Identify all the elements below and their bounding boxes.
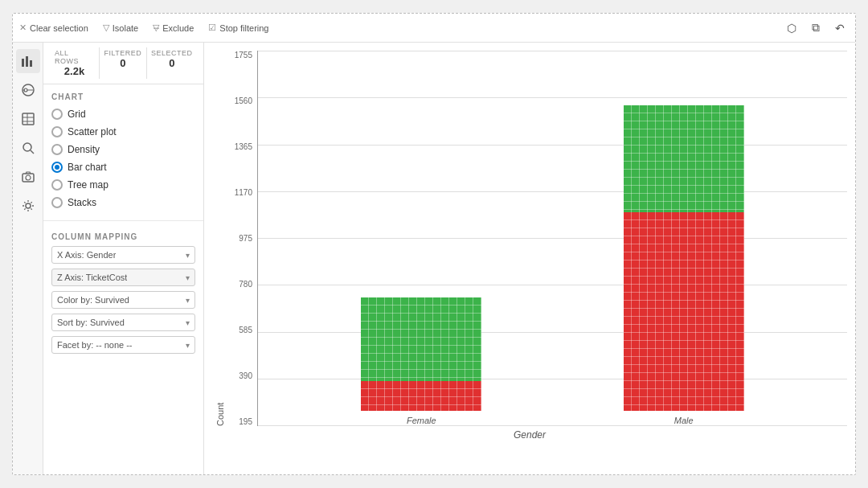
bar-group-male: Male [624, 105, 744, 425]
dropdown-z-axis[interactable]: Z Axis: TicketCost▾ [51, 269, 195, 286]
y-axis-ticks: 1755156013651170975780585390195 [225, 51, 257, 426]
chart-area: Count 1755156013651170975780585390195 Fe… [204, 43, 855, 474]
stop-filtering-label: Stop filtering [219, 23, 268, 33]
radio-label-scatter: Scatter plot [68, 126, 117, 137]
radio-scatter[interactable]: Scatter plot [51, 124, 195, 140]
filtered-label: FILTERED [104, 49, 141, 57]
chart-inner: Count 1755156013651170975780585390195 Fe… [212, 51, 847, 426]
dropdown-x-axis[interactable]: X Axis: Gender▾ [51, 246, 195, 264]
y-tick: 1170 [235, 188, 252, 197]
bar-label-female: Female [407, 416, 436, 425]
y-tick: 780 [239, 280, 252, 289]
all-rows-stat: ALL ROWS 2.2k [50, 47, 100, 79]
x-axis-label: Gender [514, 429, 546, 441]
exclude-icon: ▽̶ [153, 23, 159, 33]
radio-circle-grid [51, 109, 63, 120]
bar-segment-red-female [361, 381, 481, 411]
stop-filtering-action[interactable]: ☑ Stop filtering [208, 23, 268, 33]
layout-icon-button[interactable]: ⧉ [807, 19, 825, 37]
dropdown-facet[interactable]: Facet by: -- none --▾ [51, 336, 195, 354]
selected-value: 0 [169, 57, 174, 69]
dropdown-label-color: Color by: Survived [57, 295, 129, 305]
main-content: ALL ROWS 2.2k FILTERED 0 SELECTED 0 CHAR… [13, 43, 855, 474]
filter-nav-icon[interactable] [16, 78, 40, 102]
toolbar: ✕ Clear selection ▽ Isolate ▽̶ Exclude ☑… [13, 14, 855, 43]
radio-circle-density [51, 144, 63, 155]
radio-bar[interactable]: Bar chart [51, 159, 195, 175]
search-nav-icon[interactable] [16, 136, 40, 160]
radio-label-treemap: Tree map [68, 179, 108, 191]
radio-stacks[interactable]: Stacks [51, 195, 195, 211]
radio-treemap[interactable]: Tree map [51, 177, 195, 193]
svg-point-12 [26, 175, 31, 180]
dropdown-arrow-facet: ▾ [186, 341, 190, 350]
dropdown-color[interactable]: Color by: Survived▾ [51, 291, 195, 309]
bar-stack-male [624, 105, 744, 411]
dropdown-label-z-axis: Z Axis: TicketCost [57, 273, 127, 282]
dropdown-label-sort: Sort by: Survived [57, 318, 125, 327]
bars-container: FemaleMale [258, 51, 847, 425]
bar-segment-red-male [624, 212, 744, 411]
camera-nav-icon[interactable] [16, 165, 40, 189]
y-tick: 1560 [235, 96, 252, 105]
exclude-label: Exclude [162, 23, 194, 33]
svg-rect-0 [22, 59, 24, 67]
chart-type-radio-group: GridScatter plotDensityBar chartTree map… [43, 105, 203, 217]
3d-icon-button[interactable]: ⬡ [783, 19, 800, 37]
dropdown-arrow-z-axis: ▾ [186, 273, 190, 282]
svg-rect-2 [30, 60, 32, 67]
bar-label-male: Male [674, 416, 694, 425]
radio-density[interactable]: Density [51, 141, 195, 158]
table-nav-icon[interactable] [16, 107, 40, 131]
column-mapping-section: COLUMN MAPPING X Axis: Gender▾Z Axis: Ti… [43, 224, 203, 365]
selected-label: SELECTED [151, 49, 193, 57]
radio-circle-treemap [51, 179, 63, 191]
toolbar-actions: ✕ Clear selection ▽ Isolate ▽̶ Exclude ☑… [19, 23, 268, 33]
dropdown-arrow-x-axis: ▾ [186, 251, 190, 260]
selected-stat: SELECTED 0 [147, 47, 197, 79]
radio-label-density: Density [68, 144, 100, 155]
toolbar-right-icons: ⬡ ⧉ ↶ [783, 19, 849, 37]
radio-circle-stacks [51, 197, 63, 208]
all-rows-label: ALL ROWS [55, 49, 94, 65]
isolate-action[interactable]: ▽ Isolate [103, 23, 138, 33]
stop-filtering-icon: ☑ [208, 23, 216, 33]
radio-label-stacks: Stacks [68, 197, 96, 208]
clear-icon: ✕ [19, 23, 27, 33]
svg-rect-1 [26, 56, 28, 67]
filtered-stat: FILTERED 0 [100, 47, 147, 79]
y-axis-label: Count [212, 51, 225, 426]
divider [43, 220, 203, 221]
y-tick: 585 [239, 326, 252, 334]
svg-rect-5 [23, 113, 34, 125]
isolate-icon: ▽ [103, 23, 109, 33]
clear-selection-label: Clear selection [30, 23, 88, 33]
y-tick: 390 [239, 371, 252, 380]
back-icon-button[interactable]: ↶ [831, 19, 849, 37]
y-tick: 195 [239, 417, 252, 426]
y-tick: 1755 [235, 51, 252, 59]
radio-grid[interactable]: Grid [51, 106, 195, 122]
radio-circle-scatter [51, 126, 63, 137]
exclude-action[interactable]: ▽̶ Exclude [153, 23, 194, 33]
dropdown-label-x-axis: X Axis: Gender [57, 250, 116, 260]
app-frame: ✕ Clear selection ▽ Isolate ▽̶ Exclude ☑… [12, 13, 856, 475]
svg-line-10 [31, 150, 34, 154]
isolate-label: Isolate [113, 23, 138, 33]
left-panel: ALL ROWS 2.2k FILTERED 0 SELECTED 0 CHAR… [43, 43, 204, 474]
bar-segment-green-male [624, 105, 744, 212]
chart-nav-icon[interactable] [16, 49, 40, 73]
settings-nav-icon[interactable] [16, 194, 40, 218]
bar-stack-female [361, 297, 481, 411]
chart-section-label: CHART [43, 84, 203, 105]
chart-plot: FemaleMale [257, 51, 847, 426]
dropdown-label-facet: Facet by: -- none -- [57, 340, 133, 350]
dropdown-arrow-color: ▾ [186, 296, 190, 305]
clear-selection-action[interactable]: ✕ Clear selection [19, 23, 88, 33]
bar-group-female: Female [361, 297, 481, 425]
svg-point-13 [26, 203, 31, 208]
radio-label-grid: Grid [68, 109, 86, 120]
stats-row: ALL ROWS 2.2k FILTERED 0 SELECTED 0 [43, 43, 203, 84]
svg-point-9 [23, 143, 31, 151]
dropdown-sort[interactable]: Sort by: Survived▾ [51, 314, 195, 331]
